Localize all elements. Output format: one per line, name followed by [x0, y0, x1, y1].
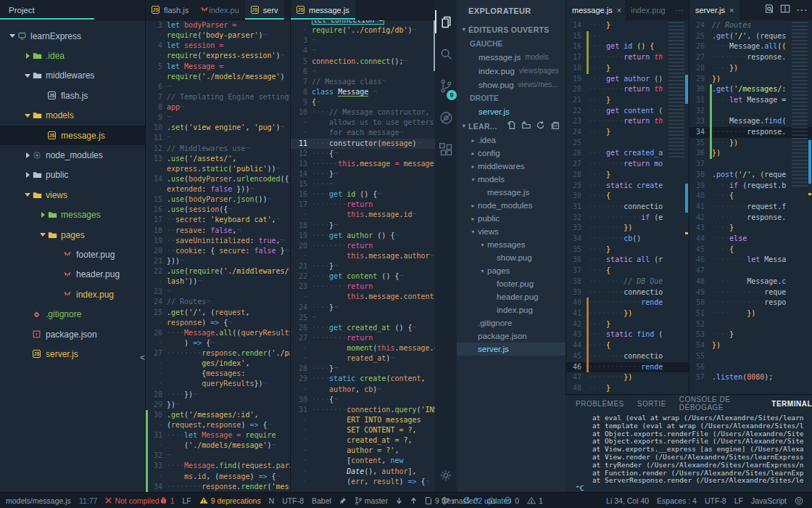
atom-editor-server-js[interactable]: 3let bodyParser =·require('body-parser')… [145, 20, 290, 492]
status-up[interactable] [410, 497, 417, 504]
open-editor-server.js[interactable]: server.js [457, 105, 566, 118]
tree-item-.gitignore[interactable]: .gitignore [457, 316, 566, 329]
tree-item-.idea[interactable]: ▸.idea [457, 134, 566, 147]
status-32-updates[interactable]: 32 updates [463, 496, 511, 505]
tree-item-header.pug[interactable]: header.pug [457, 290, 566, 303]
terminal-output[interactable]: at eval (eval at wrap (/Users/Alexandre/… [566, 412, 812, 492]
tree-item-node_modules[interactable]: node_modules [0, 145, 145, 165]
status-1[interactable]: 1 [160, 496, 175, 505]
tree-item-flash.js[interactable]: JSflash.js [0, 86, 145, 105]
status-9-files[interactable]: 9 files [425, 496, 455, 505]
status-down[interactable] [396, 497, 402, 504]
status-espaces-4[interactable]: Espaces : 4 [657, 496, 697, 505]
tree-item-footer.pug[interactable]: footer.pug [457, 277, 566, 290]
new-folder-button[interactable] [521, 120, 531, 131]
panel-tab-SORTIE[interactable]: SORTIE [637, 400, 666, 408]
tree-collapse-handle[interactable]: < [140, 353, 145, 363]
tree-item-middlewares[interactable]: ▸middlewares [457, 160, 566, 173]
folder-section-header[interactable]: ▾ LEAR... [457, 118, 566, 134]
tab-···[interactable]: ··· [670, 0, 689, 20]
status-not-compiled[interactable]: Not compiled [105, 496, 159, 505]
close-icon[interactable]: × [729, 6, 734, 15]
tree-item-views[interactable]: views [0, 185, 145, 205]
panel-tab-PROBLÈMES[interactable]: PROBLÈMES [576, 400, 624, 408]
tab-flash.js[interactable]: JSflash.js [146, 0, 194, 20]
minimap[interactable] [668, 22, 684, 158]
tree-item-.idea[interactable]: .idea [0, 46, 145, 65]
tab-index.pug[interactable]: index.pug [625, 0, 670, 20]
tab-message.js[interactable]: JSmessage.js [291, 0, 355, 20]
preview-button[interactable] [764, 4, 774, 17]
activity-search-button[interactable] [435, 38, 457, 70]
tree-item-models[interactable]: ▾models [457, 173, 566, 186]
split-button[interactable] [780, 4, 790, 17]
status-babel[interactable]: Babel [312, 496, 331, 505]
status-9-deprecations[interactable]: 9 deprecations [199, 496, 261, 505]
tree-item-views[interactable]: ▾views [457, 225, 566, 238]
collapse-all-button[interactable] [550, 120, 560, 131]
tab-server.js[interactable]: server.js× [689, 0, 740, 20]
project-tree[interactable]: learnExpress.ideamiddlewaresJSflash.jsmo… [0, 20, 145, 492]
tree-item-package.json[interactable]: package.json [0, 324, 145, 344]
activity-files-button[interactable] [435, 6, 457, 38]
vscode-editor-message-js[interactable]: 14····}15····16····get id () {17········… [566, 20, 689, 394]
status-utf-8[interactable]: UTF-8 [282, 496, 304, 505]
tree-item-show.pug[interactable]: show.pug [457, 251, 566, 264]
close-icon[interactable]: × [617, 6, 621, 15]
tree-item-pages[interactable]: ▾pages [457, 264, 566, 277]
tree-item-message.js[interactable]: JSmessage.js [0, 126, 145, 145]
status-javascript[interactable]: JavaScript [751, 496, 787, 505]
tree-item-messages[interactable]: messages [0, 205, 145, 225]
status-smile[interactable] [795, 496, 803, 505]
tree-item-messages[interactable]: ▾messages [457, 238, 566, 251]
open-editor-show.pug[interactable]: show.pugviews/mes... [457, 78, 566, 91]
tree-item-pages[interactable]: pages [0, 225, 145, 245]
status-n[interactable]: N [269, 496, 275, 505]
status-11-77[interactable]: 11:77 [79, 496, 98, 505]
gear-icon[interactable] [435, 469, 457, 482]
tree-item-middlewares[interactable]: middlewares [0, 66, 145, 86]
tree-item-index.pug[interactable]: index.pug [0, 284, 145, 304]
tree-item-server.js[interactable]: JSserver.js [0, 344, 145, 364]
tree-item-server.js[interactable]: server.js [457, 343, 566, 356]
tree-item-footer.pug[interactable]: footer.pug [0, 245, 145, 264]
status-utf-8[interactable]: UTF-8 [705, 496, 726, 505]
more-actions-icon[interactable]: ··· [796, 4, 808, 17]
tree-item-header.pug[interactable]: header.pug [0, 265, 145, 284]
dual-editor-screen: Project JSflash.jsindex.puJSserv JSmessa… [0, 0, 812, 508]
status-1[interactable]: 1 [527, 496, 543, 505]
tree-item-node_modules[interactable]: ▸node_modules [457, 199, 566, 212]
project-panel-header[interactable]: Project [0, 0, 145, 20]
status-models-message-js[interactable]: models/message.js [6, 496, 71, 505]
tree-item-config[interactable]: ▸config [457, 147, 566, 160]
status-pin[interactable] [339, 497, 347, 504]
tab-message.js[interactable]: message.js× [566, 0, 625, 20]
atom-editor-message-js[interactable]: let connection =·require('../config/db')… [290, 20, 435, 492]
vscode-editor-server-js[interactable]: 24// Routes25.get('/', (reques26····Mess… [689, 20, 812, 394]
refresh-button[interactable] [536, 120, 545, 131]
tree-item-index.pug[interactable]: index.pug [457, 303, 566, 316]
panel-tab-CONSOLE DE DÉBOGAGE[interactable]: CONSOLE DE DÉBOGAGE [679, 396, 759, 411]
tab-index.pu[interactable]: index.pu [194, 0, 245, 20]
tree-item-public[interactable]: ▸public [457, 212, 566, 225]
activity-debug-button[interactable] [435, 102, 457, 134]
tree-item-public[interactable]: public [0, 165, 145, 185]
open-editor-message.js[interactable]: message.jsmodels [457, 50, 566, 64]
tree-item-package.json[interactable]: package.json [457, 329, 566, 343]
open-editors-section-header[interactable]: ▾ ÉDITEURS OUVERTS [457, 22, 566, 37]
tree-item-.gitignore[interactable]: .gitignore [0, 304, 145, 324]
status-master[interactable]: master [355, 496, 388, 505]
panel-tab-TERMINAL[interactable]: TERMINAL [771, 400, 812, 408]
activity-scm-button[interactable]: 9 [435, 70, 457, 102]
tree-item-models[interactable]: models [0, 106, 145, 126]
minimap[interactable] [792, 22, 808, 189]
tree-item-message.js[interactable]: message.js [457, 186, 566, 199]
tab-serv[interactable]: JSserv [245, 0, 284, 20]
activity-ext-button[interactable] [435, 134, 457, 165]
status-lf[interactable]: LF [734, 496, 743, 505]
status-lf[interactable]: LF [183, 496, 191, 505]
tree-item-learnExpress[interactable]: learnExpress [0, 26, 145, 46]
new-file-button[interactable] [507, 120, 516, 131]
open-editor-index.pug[interactable]: index.pugviews/pages [457, 64, 566, 78]
status-li-34-col-40[interactable]: Li 34, Col 40 [606, 496, 649, 505]
